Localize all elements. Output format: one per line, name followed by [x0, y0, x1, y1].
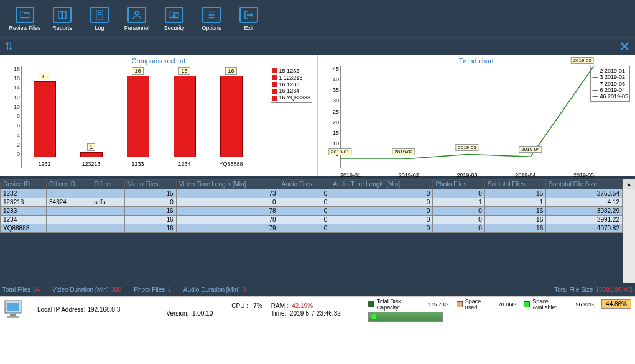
exit-button[interactable]: Exit: [230, 2, 267, 35]
trend-chart: Trend chart — 2 2019-01 — 3 2019-02 — 7 …: [318, 55, 635, 176]
table-row[interactable]: 12321573000153753.54: [1, 189, 623, 198]
bar: 151232: [32, 73, 58, 158]
table-row[interactable]: YQ888881679000164070.82: [1, 224, 623, 233]
reports-button[interactable]: Reports: [44, 2, 81, 35]
column-header[interactable]: Device ID: [1, 180, 47, 189]
x-axis: 2019-012019-022019-032019-042019-05: [340, 172, 594, 178]
column-header[interactable]: Subtotal Files: [484, 180, 545, 189]
svg-rect-4: [7, 303, 19, 311]
notebook-icon: [90, 7, 109, 23]
line-legend: — 2 2019-01 — 3 2019-02 — 7 2019-03 — 6 …: [590, 66, 630, 102]
disk-percent: 44.86%: [601, 299, 631, 309]
svg-rect-2: [174, 15, 175, 17]
main-toolbar: Review Files Reports Log Personnel Secur…: [0, 0, 635, 37]
data-table-wrapper: Device IDOfficer IDOfficerVideo FilesVid…: [0, 179, 635, 283]
options-button[interactable]: Options: [193, 2, 230, 35]
toolbar-label: Review Files: [9, 25, 40, 31]
bar-legend: 15 1232 1 123213 16 1233 16 1234 16 YQ88…: [271, 66, 312, 103]
svg-rect-6: [7, 316, 19, 318]
status-bar: Local IP Address: 192.168.0.3 CPU : 7% V…: [0, 296, 635, 322]
book-icon: [53, 7, 72, 23]
personnel-button[interactable]: Personnel: [118, 2, 155, 35]
bar: 161233: [125, 67, 151, 157]
toolbar-label: Options: [202, 25, 221, 31]
person-icon: [127, 7, 146, 23]
chart-title: Comparison chart: [4, 57, 313, 65]
y-axis: 45403530252015105: [324, 66, 339, 157]
tab-bar: ⇅ ✕: [0, 37, 635, 55]
toolbar-label: Personnel: [124, 25, 150, 31]
summary-bar: Total Files64 Video Duration [Min]308 Ph…: [0, 283, 635, 296]
svg-point-1: [135, 11, 139, 15]
column-header[interactable]: Audio Files: [279, 180, 330, 189]
bar: 161234: [172, 67, 198, 157]
folder-lock-icon: [165, 7, 183, 23]
charts-row: Comparison chart 15 1232 1 123213 16 123…: [0, 55, 635, 179]
close-icon[interactable]: ✕: [619, 39, 630, 54]
data-table[interactable]: Device IDOfficer IDOfficerVideo FilesVid…: [0, 179, 623, 233]
toolbar-label: Reports: [52, 25, 72, 31]
computer-icon: [4, 299, 29, 321]
security-button[interactable]: Security: [155, 2, 193, 35]
bar: 1123213: [78, 143, 104, 157]
toolbar-label: Security: [164, 25, 185, 31]
column-header[interactable]: Photo Files: [433, 180, 484, 189]
toolbar-label: Log: [95, 25, 104, 31]
y-axis: 181614121086420: [6, 66, 20, 157]
toolbar-label: Exit: [244, 25, 253, 31]
log-button[interactable]: Log: [81, 2, 118, 35]
column-header[interactable]: Video Files: [125, 180, 176, 189]
vertical-scrollbar[interactable]: ▴: [623, 179, 635, 283]
column-header[interactable]: Officer: [91, 180, 125, 189]
swap-icon[interactable]: ⇅: [5, 40, 13, 52]
scroll-up-icon[interactable]: ▴: [623, 179, 635, 189]
column-header[interactable]: Officer ID: [47, 180, 91, 189]
disk-usage-bar: [368, 312, 443, 322]
review-files-button[interactable]: Review Files: [6, 2, 44, 35]
column-header[interactable]: Subtotal File Size: [546, 180, 623, 189]
table-row[interactable]: 12321334324sdfs0000114.12: [1, 198, 623, 207]
column-header[interactable]: Audio Time Length [Min]: [330, 180, 433, 189]
table-row[interactable]: 12341678000163991.22: [1, 216, 623, 224]
comparison-chart: Comparison chart 15 1232 1 123213 16 123…: [0, 55, 318, 176]
exit-icon: [239, 7, 258, 23]
list-icon: [202, 7, 221, 23]
folder-icon: [16, 7, 34, 23]
svg-rect-5: [10, 314, 16, 316]
bar: 16YQ88888: [218, 67, 244, 157]
column-header[interactable]: Video Time Length [Min]: [176, 180, 279, 189]
table-row[interactable]: 12331678000163982.29: [1, 207, 623, 216]
